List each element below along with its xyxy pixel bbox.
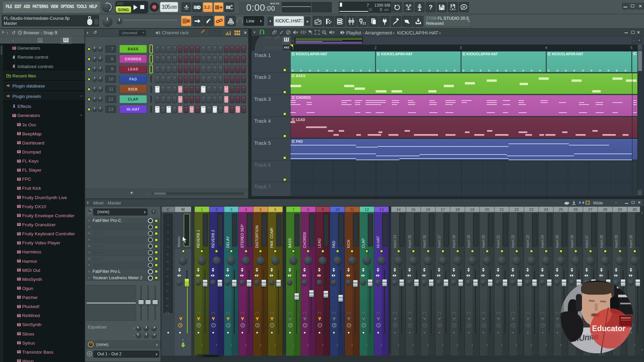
svg-text:ROOT: ROOT [88,213,92,214]
